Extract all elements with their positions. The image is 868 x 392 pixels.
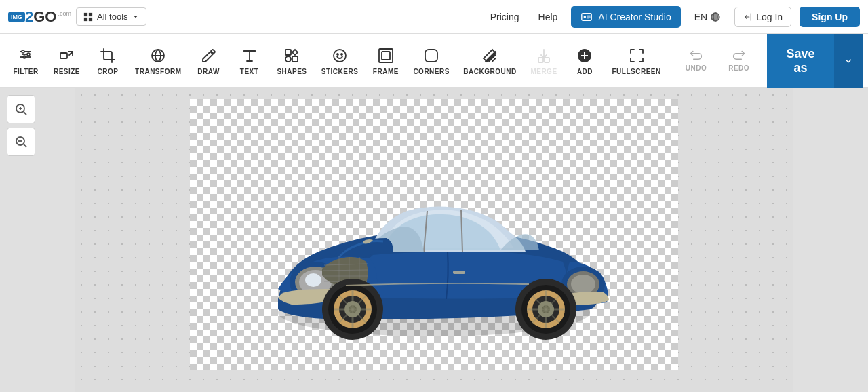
undo-label: Undo [686, 64, 707, 72]
grid-icon [83, 12, 93, 22]
logo-icon: IMG [8, 12, 25, 22]
car-image [237, 116, 631, 353]
svg-rect-18 [60, 53, 67, 58]
filter-tool[interactable]: FILTER [5, 42, 46, 79]
crop-tool[interactable]: CROP [87, 42, 128, 79]
left-panel [0, 88, 75, 392]
svg-point-23 [334, 50, 346, 62]
zoom-out-button[interactable] [7, 128, 35, 156]
canvas-wrapper[interactable] [75, 88, 793, 392]
merge-label: MERGE [530, 68, 557, 75]
logo-go: GO [33, 9, 56, 24]
zoom-out-icon [14, 135, 28, 149]
background-icon [480, 46, 499, 65]
ai-icon [580, 11, 593, 23]
undo-button[interactable]: Undo [676, 45, 716, 76]
shapes-icon [282, 46, 301, 65]
resize-tool[interactable]: RESIZE [46, 42, 87, 79]
svg-point-24 [337, 54, 338, 55]
canvas-container [190, 99, 678, 370]
zoom-in-icon [14, 102, 28, 116]
filter-icon [16, 46, 35, 65]
add-icon [575, 46, 594, 65]
corners-icon [422, 46, 441, 65]
undo-redo-group: Undo Redo [668, 45, 767, 76]
toolbar: FILTER RESIZE CROP TRANSFORM [0, 34, 868, 88]
corners-tool[interactable]: CORNERS [406, 42, 457, 79]
all-tools-label: All tools [97, 12, 128, 22]
help-link[interactable]: Help [533, 12, 564, 22]
crop-label: CROP [98, 68, 119, 75]
zoom-in-button[interactable] [7, 95, 35, 123]
svg-rect-2 [84, 17, 87, 20]
add-label: ADD [577, 68, 593, 75]
svg-rect-20 [285, 50, 291, 55]
frame-tool[interactable]: FRAME [366, 42, 406, 79]
fullscreen-label: FULLSCREEN [612, 68, 661, 75]
merge-tool: MERGE [523, 42, 564, 79]
main-area [0, 88, 868, 392]
redo-label: Redo [728, 64, 749, 72]
svg-point-15 [27, 53, 30, 56]
transform-tool[interactable]: TRANSFORM [128, 42, 189, 79]
fullscreen-tool[interactable]: FULLSCREEN [605, 42, 667, 79]
crop-icon [98, 46, 117, 65]
stickers-tool[interactable]: STICKERS [314, 42, 366, 79]
logo-2: 2 [25, 9, 33, 24]
language-button[interactable]: EN [689, 12, 726, 22]
redo-button[interactable]: Redo [719, 45, 759, 76]
svg-rect-27 [382, 52, 390, 60]
svg-rect-28 [425, 50, 437, 62]
svg-rect-3 [89, 17, 92, 20]
svg-rect-26 [379, 49, 393, 62]
save-as-dropdown-button[interactable] [834, 34, 863, 88]
text-tool[interactable]: TEXT [229, 42, 270, 79]
frame-icon [376, 46, 395, 65]
svg-point-14 [22, 50, 24, 53]
filter-label: FILTER [13, 68, 38, 75]
all-tools-button[interactable]: All tools [76, 7, 146, 26]
undo-icon [689, 50, 703, 63]
shapes-tool[interactable]: SHAPES [270, 42, 315, 79]
background-label: BACKGROUND [463, 68, 516, 75]
save-as-button[interactable]: Save as [767, 34, 834, 88]
lang-label: EN [694, 12, 707, 22]
svg-rect-22 [292, 56, 298, 62]
draw-icon [199, 46, 218, 65]
ai-creator-button[interactable]: AI Creator Studio [571, 6, 680, 28]
logo-com: .com [58, 10, 71, 17]
login-icon [743, 12, 753, 22]
text-icon [240, 46, 259, 65]
fullscreen-icon [627, 46, 646, 65]
svg-rect-0 [84, 12, 87, 16]
resize-icon [57, 46, 76, 65]
shapes-label: SHAPES [277, 68, 307, 75]
stickers-label: STICKERS [321, 68, 359, 75]
svg-rect-29 [538, 58, 543, 62]
draw-label: DRAW [197, 68, 220, 75]
save-as-label: Save as [781, 47, 821, 75]
transform-label: TRANSFORM [135, 68, 181, 75]
add-tool[interactable]: ADD [564, 42, 605, 79]
right-panel [793, 88, 868, 392]
draw-tool[interactable]: DRAW [189, 42, 229, 79]
stickers-icon [330, 46, 349, 65]
login-button[interactable]: Log In [734, 7, 791, 27]
svg-point-21 [285, 56, 291, 62]
background-tool[interactable]: BACKGROUND [456, 42, 523, 79]
top-navigation: IMG 2 GO .com All tools Pricing Help AI … [0, 0, 868, 34]
chevron-down-icon [844, 56, 853, 66]
svg-point-25 [341, 54, 342, 55]
svg-rect-1 [89, 12, 92, 16]
signup-button[interactable]: Sign Up [800, 7, 860, 27]
login-label: Log In [756, 12, 783, 22]
svg-rect-30 [545, 58, 549, 62]
ai-creator-label: AI Creator Studio [598, 12, 671, 22]
logo[interactable]: IMG 2 GO .com [8, 6, 68, 28]
pricing-link[interactable]: Pricing [485, 12, 525, 22]
resize-label: RESIZE [54, 68, 80, 75]
chevron-down-icon [132, 14, 139, 20]
frame-label: FRAME [373, 68, 399, 75]
transform-icon [149, 46, 167, 65]
svg-line-34 [24, 112, 26, 115]
